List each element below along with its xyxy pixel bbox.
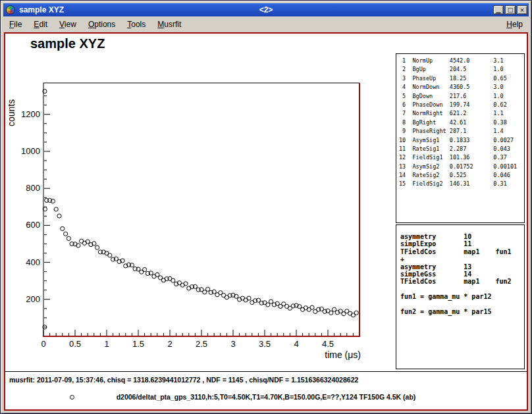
- svg-text:200: 200: [26, 294, 40, 304]
- theory-line: +: [400, 255, 524, 263]
- fit-param-row: 14 RateSig2 0.525 0.046: [399, 171, 524, 180]
- fit-param-row: 13 AsymSig2 0.01752 0.00101: [399, 163, 524, 171]
- svg-text:1000: 1000: [21, 146, 40, 156]
- fit-param-row: 7 NormRight 621.2 1.1: [399, 109, 524, 118]
- theory-line: [400, 301, 524, 308]
- legend-text: d2006/deltat_pta_gps_3110,h:5,T0=4.50K,T…: [117, 393, 416, 401]
- theory-panel[interactable]: asymmetry 10simplExpo 11TFieldCos map1 f…: [396, 224, 525, 369]
- fit-status-line: musrfit: 2011-07-09, 15:37:46, chisq = 1…: [9, 376, 358, 384]
- page-title: sample XYZ: [30, 36, 105, 51]
- svg-text:600: 600: [26, 220, 40, 230]
- legend-row[interactable]: d2006/deltat_pta_gps_3110,h:5,T0=4.50K,T…: [5, 393, 527, 401]
- fit-parameters-panel[interactable]: 1 NormUp 4542.0 3.1 2 BgUp 204.5 1.0 3 P…: [396, 53, 525, 223]
- menu-view[interactable]: View: [53, 18, 82, 31]
- svg-text:time (μs): time (μs): [325, 349, 361, 360]
- svg-text:4.5: 4.5: [322, 339, 334, 349]
- window-center-label: <2>: [259, 5, 273, 14]
- menu-tools[interactable]: Tools: [121, 18, 151, 31]
- chart[interactable]: 00.511.522.533.544.520040060080010001200…: [5, 51, 374, 380]
- menu-file[interactable]: File: [3, 18, 28, 31]
- svg-text:0: 0: [41, 339, 45, 349]
- svg-text:400: 400: [26, 257, 40, 267]
- open-circle-marker-icon: [70, 395, 74, 400]
- fit-param-row: 2 BgUp 204.5 1.0: [399, 65, 524, 74]
- svg-text:counts: counts: [6, 99, 16, 126]
- svg-text:1.5: 1.5: [132, 339, 144, 349]
- theory-line: simplExpo 11: [400, 240, 524, 247]
- app-window: sample XYZ <2> ▁ □ × FileEditViewOptions…: [0, 0, 532, 414]
- minimize-button[interactable]: ▁: [493, 5, 504, 14]
- theory-line: TFieldCos map1 fun1: [400, 248, 524, 255]
- menu-left-group: FileEditViewOptionsToolsMusrfit: [3, 18, 187, 31]
- svg-text:3.5: 3.5: [259, 339, 271, 349]
- svg-text:800: 800: [26, 183, 40, 193]
- window-controls: ▁ □ ×: [493, 5, 527, 14]
- fit-param-row: 6 PhaseDown 199.74 0.62: [399, 101, 524, 109]
- fit-param-row: 12 FieldSig1 101.36 0.37: [399, 153, 524, 162]
- close-button[interactable]: ×: [517, 5, 527, 14]
- fit-param-row: 4 NormDown 4360.5 3.0: [399, 83, 524, 91]
- menu-options[interactable]: Options: [82, 18, 121, 31]
- theory-line: asymmetry 13: [400, 263, 524, 271]
- maximize-button[interactable]: □: [505, 5, 516, 14]
- svg-text:1: 1: [104, 339, 109, 349]
- app-icon: [6, 5, 15, 14]
- menu-edit[interactable]: Edit: [28, 18, 53, 31]
- svg-text:4: 4: [294, 339, 298, 349]
- svg-text:2.5: 2.5: [196, 339, 207, 349]
- fit-param-row: 8 BgRight 42.61 0.38: [399, 118, 524, 127]
- fit-param-row: 5 BgDown 217.6 1.0: [399, 92, 524, 101]
- fit-param-row: 1 NormUp 4542.0 3.1: [399, 57, 524, 65]
- svg-text:3: 3: [230, 339, 235, 349]
- menubar: FileEditViewOptionsToolsMusrfit Help: [3, 17, 529, 32]
- fit-param-row: 11 RateSig1 2.287 0.043: [399, 145, 524, 153]
- svg-text:2: 2: [167, 339, 172, 349]
- menu-help[interactable]: Help: [500, 18, 529, 31]
- theory-line: fun2 = gamma_mu * par15: [400, 308, 524, 315]
- fit-param-row: 9 PhaseRight 287.1 1.4: [399, 127, 524, 136]
- titlebar[interactable]: sample XYZ <2> ▁ □ ×: [3, 3, 529, 16]
- svg-text:0.5: 0.5: [69, 339, 81, 349]
- root-canvas[interactable]: sample XYZ 00.511.522.533.544.5200400600…: [4, 32, 528, 411]
- fit-param-row: 3 PhaseUp 18.25 0.65: [399, 74, 524, 83]
- menu-musrfit[interactable]: Musrfit: [151, 18, 187, 31]
- fit-param-row: 10 AsymSig1 0.1833 0.0027: [399, 136, 524, 145]
- theory-line: TFieldCos map1 fun2: [400, 278, 524, 285]
- window-title: sample XYZ: [19, 5, 64, 14]
- fit-param-row: 15 FieldSig2 146.31 0.31: [399, 180, 524, 188]
- theory-line: [400, 286, 524, 293]
- svg-text:1200: 1200: [21, 109, 40, 119]
- status-separator: [5, 371, 527, 372]
- theory-line: fun1 = gamma_mu * par12: [400, 293, 524, 300]
- theory-line: asymmetry 10: [400, 233, 524, 240]
- theory-line: simpleGss 14: [400, 271, 524, 278]
